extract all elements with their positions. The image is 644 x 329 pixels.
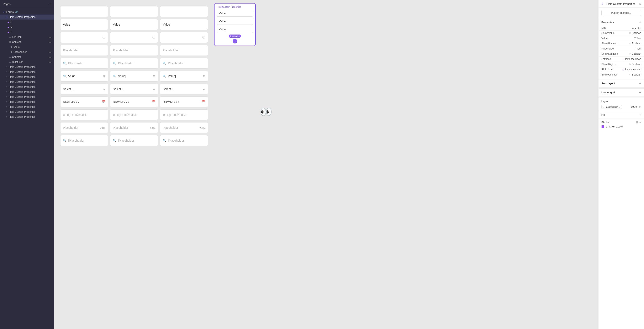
prop-value-right-icon[interactable]: ◇ Instance swap — [622, 68, 641, 71]
field-box-date-3[interactable]: DD/MM/YYY 📅 — [160, 97, 208, 107]
layer-visibility-icon[interactable]: 👁 — [638, 105, 641, 108]
add-layout-grid-icon[interactable]: + — [639, 91, 641, 94]
clear-icon-2[interactable]: ⊗ — [153, 75, 155, 78]
sidebar-item-content[interactable]: ||| Content ≡≡ — [0, 40, 54, 45]
sidebar-item-counter[interactable]: ◇ Counter ≡≡ — [0, 55, 54, 60]
field-box-value-3[interactable]: Value — [160, 19, 208, 30]
prop-value-size[interactable]: L, M, S › — [632, 27, 641, 29]
field-box-date-2[interactable]: DD/MM/YYY 📅 — [110, 97, 158, 107]
field-box-counter-3[interactable]: Placeholder 0/250 — [160, 122, 208, 133]
floating-field-3: Value · — [216, 26, 253, 33]
field-box-placeholder-2[interactable]: Placeholder — [110, 45, 158, 56]
search-cursor-text: |Placeholder — [168, 139, 184, 142]
prop-row-placeholder: Placeholder T Text — [598, 46, 644, 51]
field-box-search-3[interactable]: 🔍 Placeholder — [160, 58, 208, 69]
prop-row-show-value: Show Value 👁 Boolean — [598, 31, 644, 36]
sidebar-item-fcp7[interactable]: ◇ Field Custom Properties — [0, 94, 54, 99]
field-box-info-1[interactable]: ⓘ — [60, 32, 108, 43]
field-box-search-cursor-2[interactable]: 🔍 |Placeholder — [110, 135, 158, 146]
counter-placeholder-text: Placeholder — [113, 126, 128, 129]
stroke-label: Stroke — [602, 121, 609, 124]
panel-settings-icon[interactable]: ⇅ — [638, 2, 641, 6]
field-box-select-3[interactable]: Select... ⌄ — [160, 84, 208, 94]
field-box-email-1[interactable]: ✉ eg: me@mail.it — [60, 109, 108, 120]
sidebar-forms-row[interactable]: ✓ Forms 🔗 — [0, 9, 54, 15]
prop-value-show-placeholder[interactable]: 👁 Boolean — [629, 42, 641, 45]
field-box-select-1[interactable]: Select... ⌄ — [60, 84, 108, 94]
prop-value-placeholder[interactable]: T Text — [634, 47, 641, 50]
layout-grid-header: Layout grid + — [598, 88, 644, 96]
sidebar-item-field-custom-props-main[interactable]: ◇ Field Custom Properties — [0, 15, 54, 20]
prop-value-show-counter[interactable]: 👁 Boolean — [629, 73, 641, 76]
layer-mode-select[interactable]: ○ Pass through ⌄ — [602, 105, 622, 109]
field-box-placeholder-3[interactable]: Placeholder — [160, 45, 208, 56]
field-box-empty-2[interactable] — [110, 6, 158, 17]
field-box-search-active-2[interactable]: 🔍 Value| ⊗ — [110, 71, 158, 82]
sidebar-item-fcp10[interactable]: ◇ Field Custom Properties — [0, 109, 54, 114]
sidebar-item-fcp11[interactable]: ◇ Field Custom Properties — [0, 114, 54, 119]
prop-value-show-right-icon[interactable]: 👁 Boolean — [629, 63, 641, 66]
field-box-select-2[interactable]: Select... ⌄ — [110, 84, 158, 94]
clear-icon-3[interactable]: ⊗ — [203, 75, 205, 78]
layout-grid-label: Layout grid — [602, 91, 615, 94]
field-box-empty-1[interactable] — [60, 6, 108, 17]
add-auto-layout-icon[interactable]: + — [639, 82, 641, 85]
sidebar-item-fcp6[interactable]: ◇ Field Custom Properties — [0, 89, 54, 94]
forms-label: Forms — [6, 11, 14, 14]
field-box-search-1[interactable]: 🔍 Placeholder — [60, 58, 108, 69]
add-stroke-icon[interactable]: + — [640, 121, 641, 124]
sidebar-item-fcp5[interactable]: ◇ Field Custom Properties — [0, 84, 54, 89]
prop-value-show-left-icon[interactable]: 👁 Boolean — [629, 52, 641, 55]
add-page-button[interactable]: + — [49, 2, 51, 6]
sidebar-item-placeholder[interactable]: T Placeholder ≡≡ — [0, 50, 54, 55]
field-box-search-cursor-3[interactable]: 🔍 |Placeholder — [160, 135, 208, 146]
sidebar-item-right-icon[interactable]: ◇ Right Icon ≡≡ — [0, 60, 54, 65]
field-box-date-1[interactable]: DD/MM/YYY 📅 — [60, 97, 108, 107]
prop-value-show-value[interactable]: 👁 Boolean — [629, 32, 641, 35]
sidebar-item-fcp2[interactable]: ◇ Field Custom Properties — [0, 70, 54, 75]
field-box-search-active-3[interactable]: 🔍 Value| ⊗ — [160, 71, 208, 82]
field-box-counter-2[interactable]: Placeholder 0/250 — [110, 122, 158, 133]
field-box-info-3[interactable]: ⓘ — [160, 32, 208, 43]
prop-value-value[interactable]: T Text — [634, 37, 641, 40]
sidebar-item-l[interactable]: ◆ L — [0, 30, 54, 35]
sidebar-item-label: Field Custom Properties — [9, 91, 36, 93]
eye-icon-5: 👁 — [629, 73, 631, 76]
field-box-placeholder-1[interactable]: Placeholder — [60, 45, 108, 56]
sidebar-item-fcp4[interactable]: ◇ Field Custom Properties — [0, 80, 54, 84]
sidebar-item-m[interactable]: ◆ M — [0, 25, 54, 30]
show-left-icon-text: Boolean — [632, 52, 641, 55]
field-box-email-3[interactable]: ✉ eg: me@mail.it — [160, 109, 208, 120]
field-box-value-1[interactable]: Value — [60, 19, 108, 30]
calendar-icon-3: 📅 — [202, 100, 205, 104]
sidebar-item-label: Field Custom Properties — [9, 86, 36, 88]
field-box-search-active-1[interactable]: 🔍 Value| ⊗ — [60, 71, 108, 82]
value-type-text: Text — [636, 37, 641, 40]
add-fill-icon[interactable]: + — [639, 113, 641, 117]
sidebar-item-s[interactable]: ◆ S — [0, 20, 54, 25]
floating-dot-1: · — [227, 12, 227, 14]
sidebar-item-value[interactable]: T Value — [0, 45, 54, 50]
prop-value-left-icon[interactable]: ◇ Instance swap — [622, 58, 641, 61]
sidebar-item-label: Field Custom Properties — [9, 81, 36, 83]
bars-icon: ||| — [9, 41, 11, 43]
clear-icon-1[interactable]: ⊗ — [103, 75, 106, 78]
add-property-icon[interactable]: + — [639, 20, 641, 24]
field-box-value-2[interactable]: Value — [110, 19, 158, 30]
publish-button[interactable]: Publish changes... — [602, 10, 641, 16]
field-box-counter-1[interactable]: Placeholder 0/250 — [60, 122, 108, 133]
sidebar-item-fcp9[interactable]: ◇ Field Custom Properties — [0, 104, 54, 109]
sidebar-item-fcp3[interactable]: ◇ Field Custom Properties — [0, 75, 54, 80]
field-box-search-2[interactable]: 🔍 Placeholder — [110, 58, 158, 69]
field-box-empty-3[interactable] — [160, 6, 208, 17]
field-box-info-2[interactable]: ⓘ — [110, 32, 158, 43]
add-variant-button[interactable]: + — [232, 39, 237, 44]
stroke-color-swatch[interactable] — [602, 125, 604, 128]
search-cursor-text: |Placeholder — [118, 139, 134, 142]
stroke-settings-icon[interactable]: ⊞ — [636, 121, 638, 124]
sidebar-item-fcp1[interactable]: ◇ Field Custom Properties — [0, 65, 54, 70]
field-box-email-2[interactable]: ✉ eg: me@mail.it — [110, 109, 158, 120]
sidebar-item-fcp8[interactable]: ◇ Field Custom Properties — [0, 99, 54, 104]
sidebar-item-left-icon[interactable]: ◇ Left Icon ≡≡ — [0, 35, 54, 40]
field-box-search-cursor-1[interactable]: 🔍 |Placeholder — [60, 135, 108, 146]
